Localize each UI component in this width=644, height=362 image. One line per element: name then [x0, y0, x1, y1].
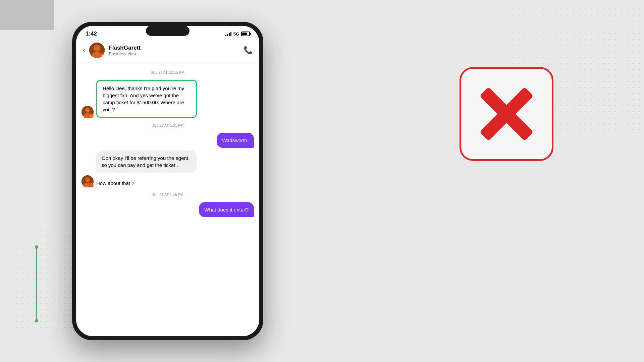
contact-avatar: 85	[89, 43, 105, 58]
message-row-1: 85 Hello Dee, thanks I'm glad you're my …	[82, 80, 254, 118]
back-button[interactable]: ‹	[83, 46, 85, 55]
date-label-3: JUL 27 AT 1:48 PM	[82, 193, 254, 197]
battery-fill	[242, 33, 247, 35]
message-bubble-5: What does it entail?	[199, 202, 254, 217]
phone-mockup: 1:42 5G	[72, 22, 263, 340]
x-mark-box	[460, 67, 553, 161]
message-bubble-2: Wadsworth.	[217, 133, 254, 148]
green-line-decoration	[36, 248, 37, 322]
green-dot-bottom	[35, 319, 38, 322]
network-label: 5G	[233, 32, 239, 37]
svg-point-1	[94, 45, 100, 52]
signal-bars-icon	[225, 32, 231, 36]
signal-bar-4	[230, 32, 231, 36]
contact-name: FlashGarett	[109, 45, 244, 51]
status-time: 1:42	[86, 31, 97, 37]
contact-sub-label: Business chat	[109, 51, 244, 56]
date-label-2: JUL 27 AT 1:01 PM	[82, 123, 254, 127]
bg-dots-left	[13, 228, 80, 328]
sender-avatar-1: 85	[82, 106, 94, 118]
date-label-1: JUL 27 AT 12:15 PM	[82, 70, 254, 74]
top-left-decoration	[0, 0, 54, 30]
avatar-number-badge: 85	[99, 53, 105, 58]
sender-avatar-badge-2: 85	[89, 183, 94, 187]
signal-bar-1	[225, 35, 226, 36]
message-bubble-3: Ooh okay I'll be referring you the agent…	[96, 150, 197, 173]
phone-screen: 1:42 5G	[76, 26, 259, 336]
battery-icon	[241, 32, 250, 36]
x-mark-container	[460, 67, 553, 161]
message-bubble-1: Hello Dee, thanks I'm glad you're my big…	[96, 80, 197, 118]
message-row-2: Wadsworth.	[82, 133, 254, 148]
sender-avatar-badge-1: 85	[89, 114, 94, 118]
svg-point-4	[85, 108, 90, 113]
message-plain-4: How about that ?	[96, 179, 134, 187]
sender-avatar-2: 85	[82, 175, 94, 187]
phone-notch	[146, 26, 190, 36]
status-icons: 5G	[225, 32, 250, 37]
messages-area: JUL 27 AT 12:15 PM 85 Hello Dee, thanks …	[76, 62, 259, 336]
chat-header: ‹ 85 FlashGarett Busines	[76, 40, 259, 62]
svg-point-7	[85, 177, 90, 182]
signal-bar-2	[227, 34, 228, 36]
message-row-3: Ooh okay I'll be referring you the agent…	[82, 150, 254, 173]
contact-info: FlashGarett Business chat	[109, 45, 244, 56]
phone-frame: 1:42 5G	[72, 22, 263, 340]
signal-bar-3	[229, 33, 230, 36]
x-mark-inner	[475, 82, 538, 146]
green-dot-top	[35, 245, 38, 249]
message-row-5: What does it entail?	[82, 202, 254, 217]
phone-call-button[interactable]: 📞	[244, 46, 253, 55]
message-row-4: 85 How about that ?	[82, 175, 254, 187]
